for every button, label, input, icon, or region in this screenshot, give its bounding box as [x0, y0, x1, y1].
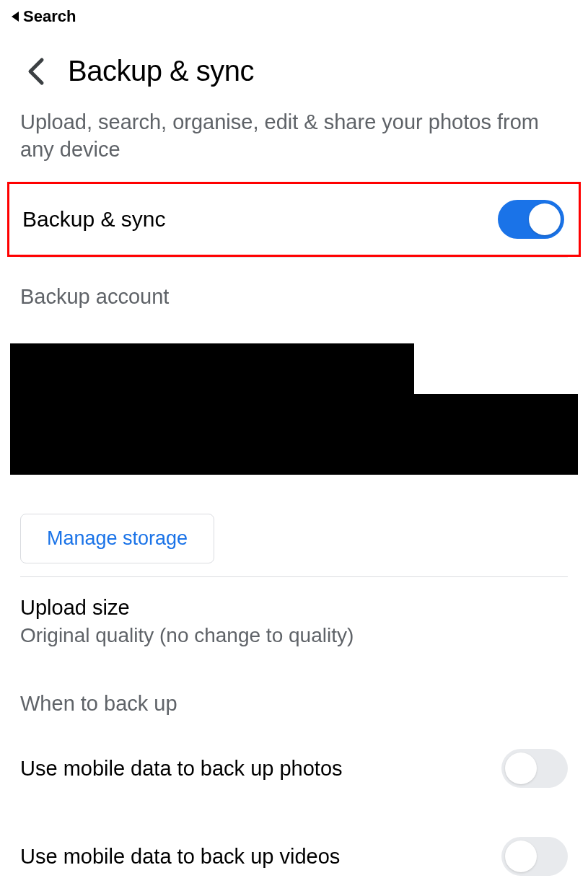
toggle-knob	[529, 203, 561, 235]
mobile-data-photos-toggle[interactable]	[501, 749, 568, 788]
backup-sync-toggle[interactable]	[498, 200, 564, 239]
backup-account-label: Backup account	[0, 258, 588, 322]
page-title: Backup & sync	[68, 55, 254, 87]
upload-size-row[interactable]: Upload size Original quality (no change …	[0, 577, 588, 647]
mobile-data-photos-row: Use mobile data to back up photos	[0, 724, 588, 812]
page-header: Backup & sync	[0, 33, 588, 109]
toggle-knob	[505, 752, 537, 784]
mobile-data-photos-label: Use mobile data to back up photos	[20, 757, 343, 781]
mobile-data-videos-label: Use mobile data to back up videos	[20, 845, 340, 869]
upload-size-subtitle: Original quality (no change to quality)	[20, 624, 568, 647]
chevron-left-icon	[26, 57, 46, 86]
manage-storage-wrap: Manage storage	[0, 475, 588, 576]
back-triangle-icon	[12, 12, 19, 22]
mobile-data-videos-toggle[interactable]	[501, 837, 568, 876]
redacted-block	[10, 394, 578, 475]
back-button[interactable]	[26, 57, 46, 86]
redacted-block	[10, 343, 414, 394]
upload-size-title: Upload size	[20, 596, 568, 620]
when-to-back-up-label: When to back up	[0, 647, 588, 724]
backup-sync-row: Backup & sync	[7, 182, 581, 257]
backup-sync-label: Backup & sync	[22, 207, 165, 232]
status-bar-back-label: Search	[23, 7, 76, 26]
page-description: Upload, search, organise, edit & share y…	[0, 109, 588, 182]
mobile-data-videos-row: Use mobile data to back up videos	[0, 812, 588, 891]
status-bar-back[interactable]: Search	[0, 0, 588, 33]
toggle-knob	[505, 840, 537, 872]
account-info-redacted	[10, 343, 578, 475]
manage-storage-button[interactable]: Manage storage	[20, 514, 214, 563]
